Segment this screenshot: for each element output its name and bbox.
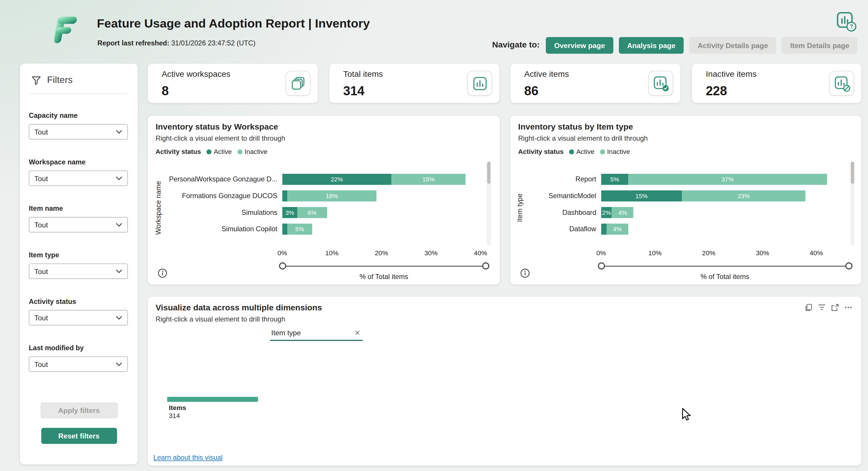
legend-dot <box>206 149 211 154</box>
slider-max-handle[interactable] <box>845 262 853 270</box>
category-label: Dataflow <box>530 225 601 233</box>
bar-plot: PersonalWorkspace Gonzague D...22%15%For… <box>168 174 466 235</box>
legend-item-active[interactable]: Active <box>206 148 231 155</box>
scrollbar-thumb[interactable] <box>851 161 854 184</box>
kpi-label: Active items <box>524 69 569 78</box>
slider-min-handle[interactable] <box>598 262 605 270</box>
bar-segment-active[interactable] <box>282 224 287 235</box>
filter-dropdown-workspace-name[interactable]: Tout <box>29 170 128 186</box>
x-tick-label: 20% <box>375 249 388 257</box>
filter-dropdown-activity-status[interactable]: Tout <box>29 310 128 326</box>
x-tick-label: 40% <box>810 249 823 257</box>
help-icon[interactable]: ? <box>836 11 857 32</box>
kpi-card-active-workspaces: Active workspaces 8 <box>148 64 318 103</box>
reset-filters-button[interactable]: Reset filters <box>41 428 117 444</box>
bar-segment-active[interactable]: 3% <box>282 207 297 218</box>
filter-fields: Capacity name Tout Workspace name Tout I… <box>20 94 138 372</box>
slider-max-handle[interactable] <box>482 262 490 270</box>
bar-segment-inactive[interactable]: 5% <box>287 224 312 235</box>
bar-row: PersonalWorkspace Gonzague D...22%15% <box>168 174 466 185</box>
filters-title: Filters <box>47 75 73 86</box>
scrollbar-thumb[interactable] <box>487 161 490 184</box>
slider-track <box>282 265 486 267</box>
fabric-logo <box>49 12 83 46</box>
kpi-label: Active workspaces <box>161 69 230 78</box>
filter-dropdown-last-modified-by[interactable]: Tout <box>29 356 128 372</box>
bar-chart-check-icon <box>648 71 673 96</box>
apply-filters-button[interactable]: Apply filters <box>40 402 118 418</box>
legend-label: Active <box>576 148 594 155</box>
legend-item-inactive[interactable]: Inactive <box>238 148 268 155</box>
legend-title: Activity status <box>156 148 201 155</box>
bar-segment-inactive[interactable]: 18% <box>287 190 376 202</box>
focus-mode-icon[interactable] <box>831 303 839 312</box>
bar-segment-inactive[interactable]: 6% <box>297 207 327 218</box>
remove-field-icon[interactable]: ✕ <box>354 329 361 337</box>
category-label: Simulations <box>168 209 282 216</box>
kpi-label: Inactive items <box>706 69 756 78</box>
chart-card-inventory-by-item-type: Inventory status by Item type Right-clic… <box>510 116 861 285</box>
nav-analysis-page-button[interactable]: Analysis page <box>619 37 684 54</box>
nav-activity-details-page-button[interactable]: Activity Details page <box>689 37 776 54</box>
legend-label: Inactive <box>607 148 630 155</box>
filter-label: Item type <box>29 251 128 259</box>
copy-visual-icon[interactable] <box>804 303 813 312</box>
bar-segment-active[interactable]: 22% <box>282 174 391 185</box>
field-pill-item-type[interactable]: Item type ✕ <box>270 327 363 341</box>
x-tick-label: 10% <box>325 249 338 257</box>
info-icon[interactable] <box>520 269 530 278</box>
bar-segment-inactive[interactable]: 37% <box>628 174 827 185</box>
filter-label: Capacity name <box>29 112 128 119</box>
bar-segment-active[interactable]: 2% <box>601 207 612 218</box>
bar-segment-inactive[interactable]: 23% <box>682 190 806 202</box>
filter-icon[interactable] <box>817 303 826 312</box>
nav-item-details-page-button[interactable]: Item Details page <box>782 37 858 54</box>
legend-item-active[interactable]: Active <box>569 148 594 155</box>
chevron-down-icon <box>116 222 123 227</box>
page-navigation: Overview page Analysis page Activity Det… <box>546 37 858 54</box>
bar-row: Report5%37% <box>530 174 827 185</box>
bar-segment-active[interactable]: 5% <box>601 174 628 185</box>
legend-label: Inactive <box>245 148 267 155</box>
bar-segment-active[interactable]: 15% <box>601 190 682 202</box>
refresh-label: Report last refreshed: <box>97 39 169 47</box>
bar-segment-active[interactable] <box>601 224 607 235</box>
kpi-card-inactive-items: Inactive items 228 <box>692 64 862 103</box>
y-axis-title: Item type <box>516 174 524 241</box>
dropdown-value: Tout <box>34 314 48 322</box>
range-slider <box>282 262 486 270</box>
legend-dot <box>600 149 605 154</box>
legend-label: Active <box>214 148 232 155</box>
bar-chart-blocked-icon <box>829 71 854 96</box>
kpi-value: 86 <box>524 84 538 98</box>
chevron-down-icon <box>116 176 123 181</box>
slider-track <box>601 265 849 267</box>
svg-text:?: ? <box>849 23 853 30</box>
filter-label: Activity status <box>29 298 128 305</box>
learn-about-visual-link[interactable]: Learn about this visual <box>153 454 222 461</box>
category-label: Simulation Copilot <box>168 225 282 233</box>
more-options-icon[interactable] <box>844 303 852 312</box>
legend: Activity status Active Inactive <box>156 148 268 155</box>
refresh-status: Report last refreshed: 31/01/2026 23:47:… <box>97 39 255 47</box>
bar-segment-inactive[interactable]: 15% <box>391 174 466 185</box>
report-page: Feature Usage and Adoption Report | Inve… <box>0 0 868 471</box>
filter-label: Last modified by <box>29 344 128 352</box>
bar-segment-inactive[interactable]: 4% <box>607 224 628 235</box>
filter-dropdown-item-type[interactable]: Tout <box>29 263 128 279</box>
slider-min-handle[interactable] <box>279 262 286 270</box>
chart-title: Visualize data across multiple dimension… <box>156 303 322 312</box>
scrollbar <box>487 161 491 245</box>
bar-segment-active[interactable] <box>282 190 287 202</box>
legend-item-inactive[interactable]: Inactive <box>600 148 630 155</box>
visual-card-decomposition-tree: Visualize data across multiple dimension… <box>148 296 861 465</box>
bar-segment-inactive[interactable]: 4% <box>612 207 633 218</box>
x-tick-label: 40% <box>474 249 487 257</box>
filter-dropdown-item-name[interactable]: Tout <box>29 217 128 232</box>
kpi-label: Total items <box>343 69 383 78</box>
nav-overview-page-button[interactable]: Overview page <box>546 37 613 54</box>
filter-dropdown-capacity-name[interactable]: Tout <box>29 124 128 139</box>
filter-group: Last modified by Tout <box>29 344 128 372</box>
info-icon[interactable] <box>158 269 167 278</box>
decomp-root-bar[interactable] <box>167 397 258 402</box>
